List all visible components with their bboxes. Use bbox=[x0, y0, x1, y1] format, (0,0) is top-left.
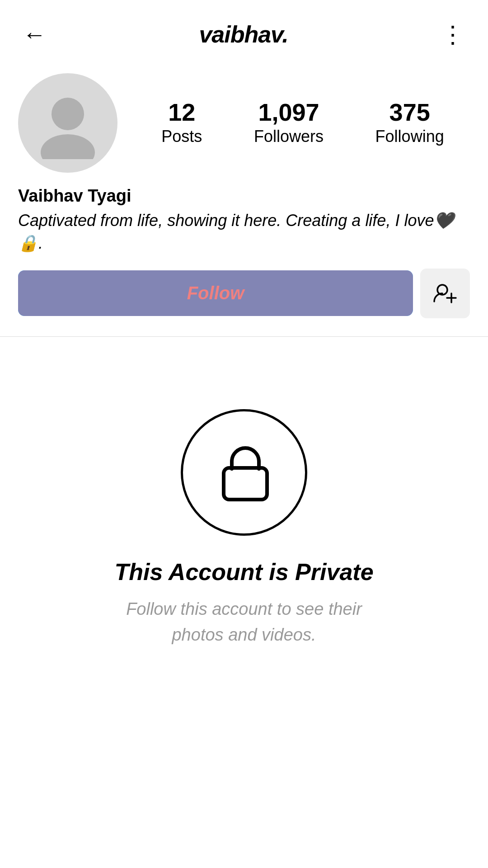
following-count: 375 bbox=[389, 100, 430, 124]
back-button[interactable]: ← bbox=[18, 18, 51, 51]
more-options-icon: ⋮ bbox=[441, 21, 465, 47]
svg-rect-5 bbox=[224, 468, 267, 500]
follow-button[interactable]: Follow bbox=[18, 270, 413, 316]
following-label: Following bbox=[375, 127, 444, 146]
posts-stat[interactable]: 12 Posts bbox=[161, 100, 202, 146]
divider bbox=[0, 336, 488, 337]
header-username: vaibhav. bbox=[199, 21, 288, 48]
lock-icon bbox=[215, 441, 273, 504]
profile-top-row: 12 Posts 1,097 Followers 375 Following bbox=[18, 73, 470, 173]
lock-circle bbox=[181, 409, 307, 536]
posts-label: Posts bbox=[161, 127, 202, 146]
stats-row: 12 Posts 1,097 Followers 375 Following bbox=[136, 100, 470, 146]
profile-section: 12 Posts 1,097 Followers 375 Following V… bbox=[0, 60, 488, 336]
avatar bbox=[18, 73, 117, 173]
followers-label: Followers bbox=[254, 127, 324, 146]
private-account-section: This Account is Private Follow this acco… bbox=[0, 364, 488, 675]
add-friend-icon bbox=[433, 283, 457, 303]
followers-count: 1,097 bbox=[258, 100, 319, 124]
posts-count: 12 bbox=[168, 100, 195, 124]
avatar-container bbox=[18, 73, 117, 173]
bio-section: Vaibhav Tyagi Captivated from life, show… bbox=[18, 186, 470, 255]
private-account-title: This Account is Private bbox=[114, 558, 373, 585]
more-options-button[interactable]: ⋮ bbox=[436, 18, 470, 51]
follow-button-label: Follow bbox=[187, 283, 244, 303]
following-stat[interactable]: 375 Following bbox=[375, 100, 444, 146]
action-buttons: Follow bbox=[18, 269, 470, 318]
private-account-subtitle: Follow this account to see their photos … bbox=[108, 596, 380, 648]
avatar-placeholder-icon bbox=[32, 87, 104, 159]
add-friend-button[interactable] bbox=[420, 269, 470, 318]
header: ← vaibhav. ⋮ bbox=[0, 0, 488, 60]
svg-point-0 bbox=[52, 98, 84, 130]
svg-point-1 bbox=[41, 134, 95, 159]
display-name: Vaibhav Tyagi bbox=[18, 186, 470, 206]
back-arrow-icon: ← bbox=[23, 21, 46, 47]
bio-text: Captivated from life, showing it here. C… bbox=[18, 209, 470, 255]
followers-stat[interactable]: 1,097 Followers bbox=[254, 100, 324, 146]
